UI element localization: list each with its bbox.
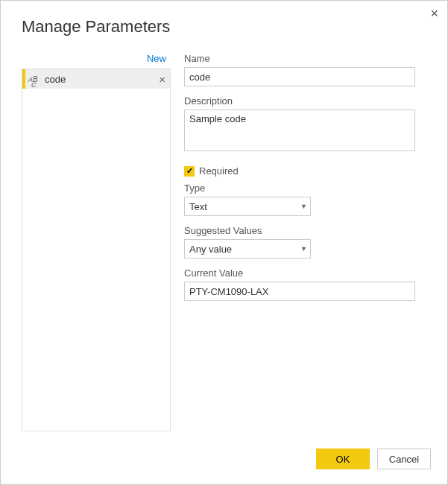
parameter-item-label: code xyxy=(45,74,159,85)
required-label: Required xyxy=(199,165,239,177)
current-value-input[interactable] xyxy=(184,282,415,301)
chevron-down-icon: ▼ xyxy=(300,245,307,253)
type-select-value: Text xyxy=(189,201,207,212)
parameter-list: ABC code × xyxy=(22,69,171,431)
close-icon[interactable]: × xyxy=(430,7,438,20)
suggested-values-select[interactable]: Any value ▼ xyxy=(184,239,311,259)
parameter-item-code[interactable]: ABC code × xyxy=(22,69,170,89)
new-link[interactable]: New xyxy=(22,50,171,69)
dialog-content: New ABC code × Name Description ✓ Requir… xyxy=(1,50,447,431)
left-panel: New ABC code × xyxy=(22,50,171,431)
name-input[interactable] xyxy=(184,67,415,86)
ok-button[interactable]: OK xyxy=(316,448,370,469)
suggested-values-label: Suggested Values xyxy=(184,225,432,236)
name-label: Name xyxy=(184,53,432,64)
dialog-footer: OK Cancel xyxy=(316,448,431,469)
required-checkbox[interactable]: ✓ xyxy=(184,166,195,177)
right-panel: Name Description ✓ Required Type Text ▼ … xyxy=(184,50,432,431)
description-label: Description xyxy=(184,95,432,107)
type-label: Type xyxy=(184,183,432,194)
suggested-values-value: Any value xyxy=(189,244,232,255)
cancel-button[interactable]: Cancel xyxy=(377,448,431,469)
dialog-title: Manage Parameters xyxy=(1,1,447,50)
chevron-down-icon: ▼ xyxy=(300,203,307,210)
current-value-label: Current Value xyxy=(184,267,432,279)
delete-icon[interactable]: × xyxy=(159,74,165,85)
description-input[interactable] xyxy=(184,110,415,151)
type-select[interactable]: Text ▼ xyxy=(184,197,311,216)
